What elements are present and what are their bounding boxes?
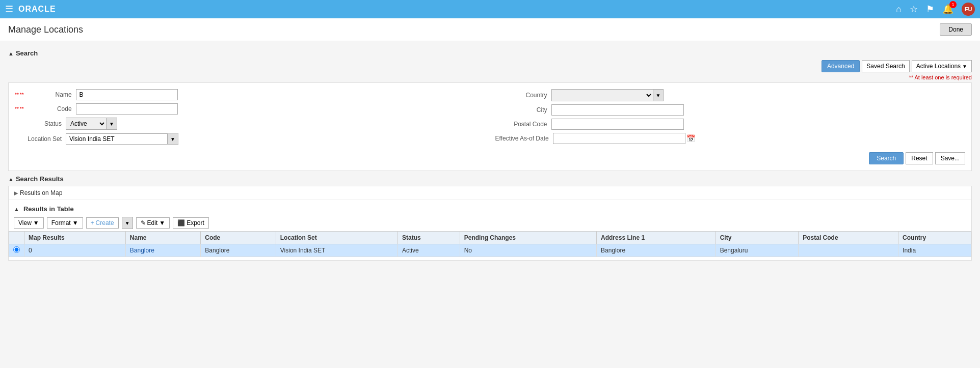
effective-date-row: Effective As-of Date 📅 [495,133,966,144]
row-selector-cell[interactable] [9,244,24,257]
create-dropdown-button[interactable]: ▼ [122,217,133,229]
address-line1-header: Address Line 1 [597,232,716,244]
view-button[interactable]: View ▼ [14,217,44,229]
search-section-header: ▲ Search [8,49,972,57]
export-icon: ⬛ [177,219,185,227]
code-label: Code [25,105,76,112]
postal-code-input[interactable] [551,119,684,130]
city-cell: Bengaluru [716,244,799,257]
name-required-marker: ** [15,92,19,98]
form-right-column: Country ▼ City Postal Code [495,89,966,148]
user-avatar[interactable]: FU [962,3,975,16]
country-dropdown-button[interactable]: ▼ [653,89,664,101]
code-input[interactable] [76,103,178,115]
effective-date-input[interactable] [553,133,685,144]
postal-code-cell [799,244,898,257]
form-left-column: ** ** Name ** ** Code Status [15,89,485,148]
active-locations-button[interactable]: Active Locations ▼ [912,60,972,72]
name-link[interactable]: Banglore [130,247,154,254]
address-line1-cell: Banglore [597,244,716,257]
city-input[interactable] [551,104,684,116]
city-row: City [495,104,966,116]
map-subsection-title: Results on Map [20,189,62,196]
export-button[interactable]: ⬛ Export [173,217,209,229]
country-label: Country [495,92,551,99]
done-button[interactable]: Done [940,23,972,36]
edit-label: Edit [147,219,158,227]
map-subsection-toggle[interactable]: ▶ [14,190,18,196]
reset-button[interactable]: Reset [906,152,933,164]
table-row[interactable]: 0 Banglore Banglore Vision India SET Act… [9,244,971,257]
search-results-title: Search Results [16,175,64,183]
table-section-toggle[interactable]: ▲ [14,206,19,212]
search-section-toggle[interactable]: ▲ [8,50,14,56]
calendar-icon[interactable]: 📅 [686,134,695,143]
search-section-title: Search [16,49,38,57]
create-label: Create [96,219,114,227]
results-section: ▶ Results on Map ▲ Results in Table View… [8,186,972,261]
results-in-table-section: ▲ Results in Table View ▼ Format ▼ + Cre… [9,200,971,260]
location-set-row: Location Set ▼ [15,133,485,145]
active-locations-label: Active Locations [916,63,961,70]
notification-badge: 1 [949,1,957,8]
search-results-toggle[interactable]: ▲ [8,176,14,182]
name-row: ** ** Name [15,89,485,100]
map-results-cell: 0 [24,244,126,257]
saved-search-button[interactable]: Saved Search [862,60,909,72]
status-dropdown-button[interactable]: ▼ [107,118,117,130]
pending-changes-cell: No [460,244,596,257]
country-cell: India [898,244,971,257]
search-button[interactable]: Search [869,152,904,164]
flag-icon[interactable]: ⚑ [926,4,934,15]
top-navigation: ☰ ORACLE ⌂ ☆ ⚑ 🔔 1 FU [0,0,980,18]
name-header: Name [125,232,200,244]
effective-date-label: Effective As-of Date [495,135,553,142]
location-set-cell: Vision India SET [276,244,398,257]
country-header: Country [898,232,971,244]
country-select[interactable] [551,89,653,101]
save-button[interactable]: Save... [935,152,965,164]
create-button[interactable]: + Create [86,217,119,229]
format-button[interactable]: Format ▼ [47,217,83,229]
name-input[interactable] [76,89,178,100]
search-toolbar: Advanced Saved Search Active Locations ▼ [8,60,972,72]
location-set-dropdown-button[interactable]: ▼ [168,133,178,145]
advanced-button[interactable]: Advanced [822,60,860,72]
table-toolbar: View ▼ Format ▼ + Create ▼ ✎ Edit ▼ [9,215,971,231]
hamburger-menu-icon[interactable]: ☰ [5,4,13,15]
location-set-label: Location Set [15,135,66,143]
edit-dropdown-arrow: ▼ [159,219,165,227]
top-nav-icons: ⌂ ☆ ⚑ 🔔 1 FU [896,3,975,16]
postal-code-label: Postal Code [495,121,551,128]
status-select-wrap: Active Inactive All ▼ [66,118,117,130]
status-row: Status Active Inactive All ▼ [15,118,485,130]
name-cell[interactable]: Banglore [125,244,200,257]
country-select-wrap: ▼ [551,89,664,101]
page-header: Manage Locations Done [0,18,980,41]
row-radio[interactable] [13,246,20,253]
status-select[interactable]: Active Inactive All [66,118,107,130]
map-results-header: Map Results [24,232,126,244]
view-dropdown-arrow: ▼ [33,219,39,227]
code-row: ** ** Code [15,103,485,115]
city-label: City [495,106,551,114]
results-on-map-subsection[interactable]: ▶ Results on Map [9,186,971,200]
edit-pencil-icon: ✎ [141,219,146,227]
table-section-header: ▲ Results in Table [9,203,971,215]
favorites-icon[interactable]: ☆ [910,4,918,15]
code-required-marker2: ** [20,106,24,112]
home-icon[interactable]: ⌂ [896,4,902,15]
table-body: 0 Banglore Banglore Vision India SET Act… [9,244,971,257]
notifications-icon[interactable]: 🔔 1 [942,4,953,15]
main-content: ▲ Search Advanced Saved Search Active Lo… [0,41,980,265]
edit-button[interactable]: ✎ Edit ▼ [136,217,170,229]
location-set-header: Location Set [276,232,398,244]
status-header: Status [398,232,460,244]
export-label: Export [187,219,204,227]
active-locations-dropdown-arrow[interactable]: ▼ [962,64,967,69]
city-header: City [716,232,799,244]
postal-code-row: Postal Code [495,119,966,130]
table-section-title: Results in Table [23,205,74,213]
location-set-input[interactable] [66,133,168,145]
code-cell: Banglore [201,244,276,257]
